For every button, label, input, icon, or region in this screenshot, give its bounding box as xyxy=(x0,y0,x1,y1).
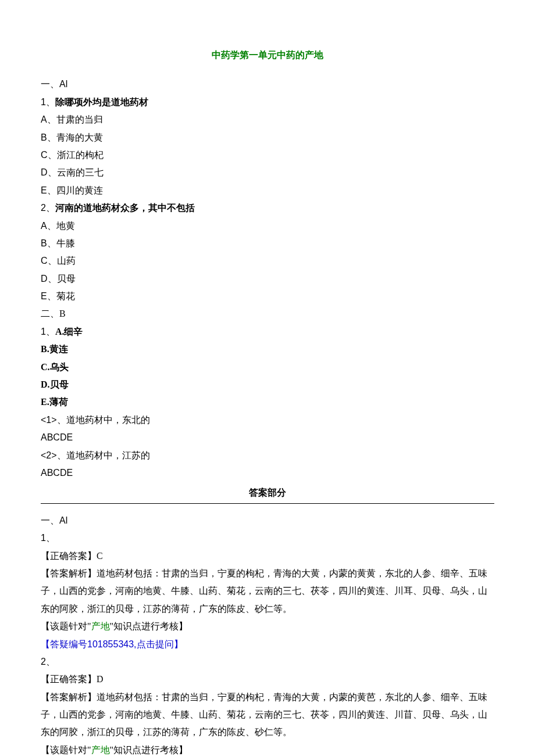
answer-q2-point-topic: 产地 xyxy=(91,745,110,755)
sub-q1: <1>、道地药材中，东北的 xyxy=(41,411,494,429)
q1-option-a: A、甘肃的当归 xyxy=(41,111,494,128)
q1-option-d: D、云南的三七 xyxy=(41,164,494,181)
section-2-heading: 二、B xyxy=(41,305,494,323)
page-title: 中药学第一单元中药的产地 xyxy=(41,46,494,64)
q1-number: 1、 xyxy=(41,97,55,107)
q1-text: 除哪项外均是道地药材 xyxy=(55,97,148,107)
q2-number: 2、 xyxy=(41,203,55,213)
answer-q1-explanation: 【答案解析】道地药材包括：甘肃的当归，宁夏的枸杞，青海的大黄，内蒙的黄黄，东北的… xyxy=(41,565,494,618)
q2-option-d: D、贝母 xyxy=(41,270,494,288)
answer-q2-point-post: "知识点进行考核】 xyxy=(110,745,188,755)
answer-q1-link[interactable]: 【答疑编号101855343,点击提问】 xyxy=(41,636,494,653)
q1-option-b: B、青海的大黄 xyxy=(41,129,494,146)
q2-option-b: B、牛膝 xyxy=(41,235,494,252)
answer-q2-number: 2、 xyxy=(41,653,494,671)
sub-q2-options: ABCDE xyxy=(41,464,494,482)
b-option-e: E.薄荷 xyxy=(41,393,494,411)
answer-q2-point-pre: 【该题针对" xyxy=(41,745,91,755)
answer-q1-point-post: "知识点进行考核】 xyxy=(110,621,188,631)
b1-number: 1、 xyxy=(41,327,55,336)
q2-option-e: E、菊花 xyxy=(41,288,494,305)
answer-q1-point-pre: 【该题针对" xyxy=(41,621,91,631)
answer-section-1-heading: 一、Al xyxy=(41,512,494,529)
q1-option-e: E、四川的黄连 xyxy=(41,182,494,199)
answer-q1-correct: 【正确答案】C xyxy=(41,547,494,565)
answer-q1-point: 【该题针对"产地"知识点进行考核】 xyxy=(41,618,494,635)
answer-q1-number: 1、 xyxy=(41,529,494,547)
q2-text: 河南的道地药材众多，其中不包括 xyxy=(55,203,195,213)
answer-section-header: 答案部分 xyxy=(41,484,494,503)
sub-q2: <2>、道地药材中，江苏的 xyxy=(41,447,494,464)
q2-option-a: A、地黄 xyxy=(41,217,494,235)
q2-option-c: C、山药 xyxy=(41,252,494,270)
b-option-d: D.贝母 xyxy=(41,376,494,393)
section-1-heading: 一、Al xyxy=(41,76,494,93)
answer-q2-explanation: 【答案解析】道地药材包括：甘肃的当归，宁夏的枸杞，青海的大黄，内蒙的黄芭，东北的… xyxy=(41,689,494,741)
q1-stem: 1、除哪项外均是道地药材 xyxy=(41,94,494,111)
answer-q1-point-topic: 产地 xyxy=(91,621,110,631)
b-option-c: C.乌头 xyxy=(41,359,494,376)
sub-q1-options: ABCDE xyxy=(41,429,494,446)
q2-stem: 2、河南的道地药材众多，其中不包括 xyxy=(41,199,494,217)
q1-option-c: C、浙江的枸杞 xyxy=(41,146,494,164)
b-option-a: 1、A.细辛 xyxy=(41,323,494,341)
answer-q2-correct: 【正确答案】D xyxy=(41,671,494,688)
answer-q2-point: 【该题针对"产地"知识点进行考核】 xyxy=(41,741,494,756)
b-a-text: A.细辛 xyxy=(55,327,83,336)
b-option-b: B.黄连 xyxy=(41,341,494,358)
